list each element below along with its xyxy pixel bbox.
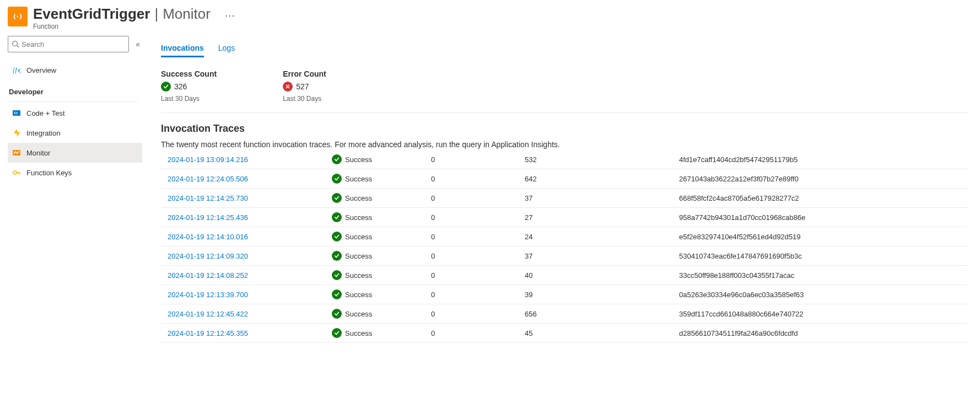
search-icon	[12, 40, 19, 48]
trace-status-label: Success	[345, 213, 372, 222]
trace-timestamp-link[interactable]: 2024-01-19 12:13:39.700	[168, 291, 248, 299]
search-input[interactable]	[19, 40, 125, 49]
trace-timestamp-link[interactable]: 2024-01-19 12:14:25.730	[168, 194, 248, 202]
trace-status-label: Success	[345, 310, 372, 318]
table-row: 2024-01-19 12:14:09.320Success0375304107…	[161, 246, 968, 266]
sidebar-item-label: Function Keys	[26, 169, 72, 177]
trace-timestamp-link[interactable]: 2024-01-19 12:24:05.506	[168, 175, 248, 183]
trace-col-b: 24	[519, 227, 674, 246]
trace-timestamp-link[interactable]: 2024-01-19 12:14:25.436	[168, 213, 248, 222]
trace-col-a: 0	[426, 227, 519, 246]
error-count-value: 527	[296, 82, 309, 91]
trace-col-a: 0	[426, 169, 519, 189]
success-count-period: Last 30 Days	[161, 95, 217, 103]
sidebar-item-overview[interactable]: {ƒx} Overview	[8, 60, 142, 80]
success-icon	[332, 232, 342, 241]
table-row: 2024-01-19 12:24:05.506Success0642267104…	[161, 169, 968, 189]
trace-col-b: 656	[519, 304, 674, 324]
success-icon	[332, 309, 342, 319]
trace-col-a: 0	[426, 246, 519, 266]
table-row: 2024-01-19 12:14:08.252Success04033cc50f…	[161, 266, 968, 285]
trace-timestamp-link[interactable]: 2024-01-19 13:09:14.216	[168, 155, 248, 164]
tab-bar: Invocations Logs	[161, 44, 968, 57]
success-count-label: Success Count	[161, 69, 217, 78]
trace-col-a: 0	[426, 151, 519, 169]
error-count-label: Error Count	[283, 69, 326, 78]
collapse-sidebar-button[interactable]: «	[133, 37, 142, 51]
table-row: 2024-01-19 12:12:45.355Success045d285661…	[161, 324, 968, 343]
trace-col-a: 0	[426, 189, 519, 208]
trace-col-b: 37	[519, 246, 674, 266]
trace-operation-id: 668f58fcf2c4ac8705a5e617928277c2	[674, 189, 968, 208]
trace-operation-id: 4fd1e7caff1404cd2bf54742951179b5	[674, 151, 968, 169]
page-title: EventGridTrigger	[33, 6, 150, 23]
sidebar-item-code-test[interactable]: Code + Test	[8, 103, 142, 123]
trace-col-b: 27	[519, 208, 674, 227]
table-row: 2024-01-19 13:09:14.216Success05324fd1e7…	[161, 151, 968, 169]
table-row: 2024-01-19 12:12:45.422Success0656359df1…	[161, 304, 968, 324]
sidebar-item-integration[interactable]: Integration	[8, 123, 142, 143]
trace-operation-id: 0a5263e30334e96c0a6ec03a3585ef63	[674, 285, 968, 304]
error-counter: Error Count 527 Last 30 Days	[283, 69, 326, 103]
main-content: Invocations Logs Success Count 326 Last …	[142, 34, 980, 343]
trace-col-a: 0	[426, 285, 519, 304]
trace-status-label: Success	[345, 291, 372, 299]
trace-status-label: Success	[345, 175, 372, 183]
trace-timestamp-link[interactable]: 2024-01-19 12:14:10.016	[168, 233, 248, 241]
monitor-icon	[12, 148, 21, 157]
more-actions-button[interactable]: ⋯	[225, 9, 235, 22]
counter-row: Success Count 326 Last 30 Days Error Cou…	[161, 69, 968, 113]
table-row: 2024-01-19 12:14:25.730Success037668f58f…	[161, 189, 968, 208]
trace-operation-id: 958a7742b94301a1d70cc01968cab86e	[674, 208, 968, 227]
sidebar-item-label: Integration	[26, 129, 60, 137]
sidebar-item-monitor[interactable]: Monitor	[8, 143, 142, 163]
success-icon	[332, 212, 342, 222]
trace-operation-id: d2856610734511f9fa246a90c6fdcdfd	[674, 324, 968, 343]
trace-timestamp-link[interactable]: 2024-01-19 12:12:45.422	[168, 310, 248, 318]
sidebar-section-developer: Developer	[8, 80, 142, 99]
trace-operation-id: 2671043ab36222a12ef3f07b27e89ff0	[674, 169, 968, 189]
trace-timestamp-link[interactable]: 2024-01-19 12:12:45.355	[168, 329, 248, 337]
trace-status-label: Success	[345, 233, 372, 241]
success-count-value: 326	[174, 82, 187, 91]
success-icon	[332, 251, 342, 261]
svg-point-1	[13, 41, 18, 46]
overview-icon: {ƒx}	[12, 66, 21, 74]
page-title-section: Monitor	[163, 6, 211, 23]
trace-timestamp-link[interactable]: 2024-01-19 12:14:09.320	[168, 252, 248, 260]
table-row: 2024-01-19 12:14:10.016Success024e5f2e83…	[161, 227, 968, 246]
title-separator: |	[154, 6, 158, 23]
success-icon	[332, 270, 342, 280]
sidebar-item-label: Code + Test	[26, 109, 65, 117]
invocation-traces-description: The twenty most recent function invocati…	[161, 140, 968, 149]
trace-col-a: 0	[426, 324, 519, 343]
trace-table: 2024-01-19 13:09:14.216Success05324fd1e7…	[161, 151, 968, 343]
function-keys-icon	[12, 168, 21, 177]
table-row: 2024-01-19 12:14:25.436Success027958a774…	[161, 208, 968, 227]
integration-icon	[12, 128, 21, 137]
trace-timestamp-link[interactable]: 2024-01-19 12:14:08.252	[168, 271, 248, 280]
table-row: 2024-01-19 12:13:39.700Success0390a5263e…	[161, 285, 968, 304]
success-icon	[332, 193, 342, 203]
page-header: EventGridTrigger | Monitor ⋯ Function	[0, 0, 980, 34]
svg-point-6	[13, 171, 17, 174]
svg-line-2	[17, 46, 19, 48]
tab-logs[interactable]: Logs	[218, 44, 235, 57]
svg-point-0	[17, 16, 19, 18]
code-test-icon	[12, 109, 21, 117]
sidebar-item-label: Overview	[26, 66, 56, 74]
trace-status-label: Success	[345, 329, 372, 337]
success-icon	[332, 154, 342, 164]
function-app-icon	[8, 7, 28, 26]
success-icon	[332, 289, 342, 299]
sidebar-search[interactable]	[8, 36, 129, 52]
trace-col-a: 0	[426, 266, 519, 285]
sidebar-item-function-keys[interactable]: Function Keys	[8, 163, 142, 182]
trace-col-b: 45	[519, 324, 674, 343]
trace-status-label: Success	[345, 271, 372, 280]
trace-operation-id: 530410743eac6fe147847691690f5b3c	[674, 246, 968, 266]
tab-invocations[interactable]: Invocations	[161, 44, 204, 57]
error-count-period: Last 30 Days	[283, 95, 326, 103]
trace-status-label: Success	[345, 252, 372, 260]
trace-col-a: 0	[426, 304, 519, 324]
